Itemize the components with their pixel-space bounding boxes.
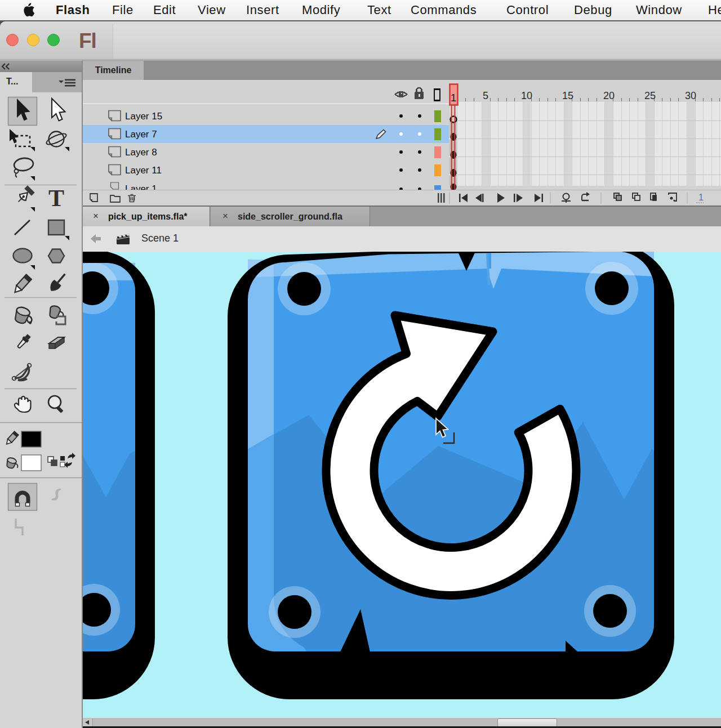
svg-text:1: 1: [698, 193, 704, 202]
svg-text:T: T: [48, 185, 64, 211]
svg-text:1: 1: [451, 92, 457, 104]
